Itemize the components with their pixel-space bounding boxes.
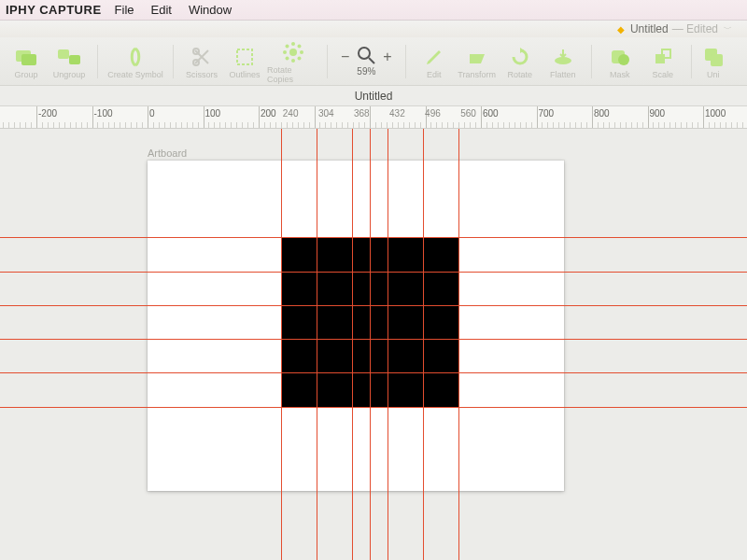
mask-button[interactable]: Mask: [599, 39, 641, 84]
ruler-guide-label: 496: [425, 108, 441, 119]
mask-icon: [607, 44, 633, 70]
outlines-button[interactable]: Outlines: [224, 39, 265, 84]
scale-button[interactable]: Scale: [642, 39, 684, 84]
horizontal-guide[interactable]: [0, 407, 747, 408]
page-tabbar[interactable]: Untitled: [0, 86, 747, 106]
ruler-label: 700: [539, 108, 555, 119]
svg-point-7: [289, 49, 297, 56]
zoom-out-button[interactable]: −: [341, 49, 349, 65]
svg-rect-24: [711, 54, 723, 66]
svg-point-14: [286, 56, 289, 60]
svg-point-12: [286, 44, 289, 48]
menubar: IPHY CAPTURE File Edit Window: [0, 0, 747, 21]
group-button[interactable]: Group: [6, 39, 47, 84]
vertical-guide[interactable]: [281, 129, 282, 560]
group-icon: [13, 44, 39, 70]
scissors-icon: [189, 44, 215, 70]
ungroup-button[interactable]: Ungroup: [49, 39, 90, 84]
rotate-copies-icon: [280, 39, 306, 65]
edit-button[interactable]: Edit: [414, 39, 455, 84]
horizontal-ruler[interactable]: -200-10001002006007008009001000240304368…: [0, 106, 747, 129]
vertical-guide[interactable]: [458, 129, 459, 560]
vertical-guide[interactable]: [352, 129, 353, 560]
svg-point-11: [300, 50, 303, 54]
svg-point-20: [618, 54, 629, 65]
ruler-guide-label: 240: [283, 108, 299, 119]
flatten-icon: [550, 44, 576, 70]
svg-rect-2: [58, 49, 69, 59]
separator: [591, 45, 592, 78]
sketch-doc-icon: ◆: [617, 24, 625, 35]
rotate-button[interactable]: Rotate: [500, 39, 541, 84]
horizontal-guide[interactable]: [0, 339, 747, 340]
separator: [97, 45, 98, 78]
svg-point-10: [283, 50, 287, 54]
menu-edit[interactable]: Edit: [151, 3, 172, 17]
horizontal-guide[interactable]: [0, 237, 747, 238]
union-icon: [700, 44, 726, 70]
svg-point-9: [291, 59, 295, 63]
ruler-label: 200: [261, 108, 276, 119]
ruler-label: 0: [149, 108, 155, 119]
vertical-guide[interactable]: [388, 129, 388, 560]
pencil-icon: [421, 44, 447, 70]
separator: [327, 45, 328, 78]
outlines-icon: [232, 44, 258, 70]
svg-rect-3: [69, 55, 80, 64]
ruler-label: 100: [205, 108, 221, 119]
transform-icon: [464, 44, 490, 70]
ruler-guide-label: 304: [318, 108, 334, 119]
flatten-button[interactable]: Flatten: [543, 39, 584, 84]
vertical-guide[interactable]: [370, 129, 371, 560]
svg-rect-6: [237, 49, 252, 64]
ruler-guide-label: 368: [354, 108, 370, 119]
create-symbol-icon: [122, 44, 148, 70]
svg-point-15: [298, 56, 302, 60]
menu-file[interactable]: File: [115, 3, 134, 17]
horizontal-guide[interactable]: [0, 372, 747, 373]
separator: [691, 45, 692, 78]
artboard-label[interactable]: Artboard: [148, 147, 187, 159]
vertical-guide[interactable]: [317, 129, 317, 560]
scale-icon: [650, 44, 676, 70]
app-name: IPHY CAPTURE: [6, 3, 102, 17]
canvas[interactable]: Artboard: [0, 129, 747, 560]
magnifier-icon: [357, 46, 375, 68]
horizontal-guide[interactable]: [0, 305, 747, 306]
svg-point-13: [298, 44, 302, 48]
page-tab[interactable]: Untitled: [355, 90, 393, 103]
svg-rect-1: [21, 54, 36, 65]
horizontal-guide[interactable]: [0, 272, 747, 273]
toolbar: Group Ungroup Create Symbol Scissors Out…: [0, 37, 747, 86]
create-symbol-button[interactable]: Create Symbol: [106, 39, 165, 84]
svg-line-17: [369, 58, 374, 63]
vertical-guide[interactable]: [423, 129, 424, 560]
separator: [173, 45, 174, 78]
ruler-label: 900: [650, 108, 666, 119]
zoom-in-button[interactable]: +: [383, 49, 391, 65]
document-titlebar: ◆ Untitled — Edited ﹀: [0, 21, 747, 37]
zoom-percent[interactable]: 59%: [357, 66, 375, 77]
svg-point-8: [291, 42, 295, 46]
document-edited-status: — Edited: [672, 22, 718, 35]
scissors-button[interactable]: Scissors: [181, 39, 222, 84]
separator: [405, 45, 406, 78]
document-name[interactable]: Untitled: [630, 22, 669, 35]
rotate-copies-button[interactable]: Rotate Copies: [267, 39, 319, 84]
ruler-label: -200: [38, 108, 57, 119]
ungroup-icon: [56, 44, 82, 70]
zoom-control[interactable]: − + 59%: [335, 39, 398, 84]
menu-window[interactable]: Window: [189, 3, 232, 17]
rotate-icon: [507, 44, 533, 70]
ruler-label: 800: [594, 108, 610, 119]
transform-button[interactable]: Transform: [457, 39, 498, 84]
union-button[interactable]: Uni: [699, 39, 727, 84]
ruler-label: 1000: [705, 108, 726, 119]
svg-point-16: [359, 48, 370, 59]
ruler-guide-label: 560: [460, 108, 476, 119]
ruler-guide-label: 432: [389, 108, 405, 119]
ruler-label: 600: [483, 108, 499, 119]
chevron-down-icon[interactable]: ﹀: [724, 23, 732, 35]
ruler-label: -100: [94, 108, 113, 119]
